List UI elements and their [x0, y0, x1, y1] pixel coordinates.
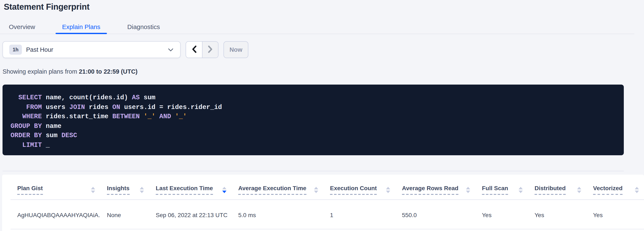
cell-plan-gist[interactable]: AgHUAQIABQAAAAHYAQIAiA...	[10, 200, 100, 229]
summary-range: 21:00 to 22:59 (UTC)	[79, 68, 138, 75]
plans-table-wrap: Plan GistInsightsLast Execution TimeAver…	[10, 174, 644, 229]
sort-caret-icon	[386, 186, 390, 193]
sort-caret-icon	[635, 186, 639, 193]
sql-line: SELECT name, count(rides.id) AS sum	[10, 93, 624, 102]
plans-table-card: Plan GistInsightsLast Execution TimeAver…	[2, 174, 644, 231]
chevron-down-icon	[168, 48, 174, 52]
column-header-plan-gist[interactable]: Plan Gist	[10, 174, 100, 200]
time-prev-button[interactable]	[186, 42, 202, 58]
cell-full-scan: Yes	[475, 200, 528, 229]
now-button[interactable]: Now	[224, 41, 248, 58]
column-label: Full Scan	[482, 185, 508, 195]
section-divider	[2, 171, 624, 171]
sql-line: FROM users JOIN rides ON users.id = ride…	[10, 102, 624, 112]
page-title: Statement Fingerprint	[4, 2, 90, 12]
table-row: AgHUAQIABQAAAAHYAQIAiA...NoneSep 06, 202…	[10, 200, 644, 229]
time-range-label: Past Hour	[26, 46, 53, 53]
column-header-insights[interactable]: Insights	[100, 174, 149, 200]
column-label: Vectorized	[593, 185, 622, 195]
sort-caret-icon	[91, 186, 95, 193]
cell-vectorized: Yes	[586, 200, 644, 229]
cell-distributed: Yes	[528, 200, 586, 229]
chevron-left-icon	[191, 45, 197, 54]
column-label: Average Execution Time	[238, 185, 306, 195]
summary-text: Showing explain plans from 21:00 to 22:5…	[2, 68, 138, 75]
sort-caret-icon	[222, 186, 226, 193]
cell-average-rows-read: 550.0	[395, 200, 475, 229]
time-range-badge: 1h	[9, 44, 22, 55]
column-label: Plan Gist	[17, 185, 43, 195]
column-header-distributed[interactable]: Distributed	[528, 174, 586, 200]
time-toolbar: 1h Past Hour Now	[2, 41, 248, 58]
statement-fingerprint-page: Statement Fingerprint Overview Explain P…	[0, 0, 644, 231]
column-label: Insights	[107, 185, 130, 195]
tab-explain-plans[interactable]: Explain Plans	[55, 20, 107, 34]
time-next-button[interactable]	[202, 42, 218, 58]
cell-last-execution-time: Sep 06, 2022 at 22:13 UTC	[149, 200, 232, 229]
time-range-dropdown[interactable]: 1h Past Hour	[2, 41, 180, 58]
tab-overview[interactable]: Overview	[2, 20, 42, 34]
sql-statement-box: SELECT name, count(rides.id) AS sum FROM…	[2, 84, 624, 155]
chevron-right-icon	[208, 45, 213, 54]
column-header-average-rows-read[interactable]: Average Rows Read	[395, 174, 475, 200]
sort-caret-icon	[518, 186, 523, 193]
column-header-execution-count[interactable]: Execution Count	[323, 174, 395, 200]
sort-caret-icon	[314, 186, 318, 193]
column-label: Distributed	[534, 185, 566, 195]
time-nav-group	[186, 41, 218, 58]
tab-bar: Overview Explain Plans Diagnostics	[0, 20, 634, 34]
sql-line: GROUP BY name	[10, 122, 624, 131]
sql-line: ORDER BY sum DESC	[10, 131, 624, 140]
column-header-full-scan[interactable]: Full Scan	[475, 174, 528, 200]
sql-line: LIMIT _	[10, 140, 624, 150]
cell-insights: None	[100, 200, 149, 229]
column-label: Execution Count	[330, 185, 377, 195]
sort-caret-icon	[140, 186, 144, 193]
column-header-vectorized[interactable]: Vectorized	[586, 174, 644, 200]
sql-line: WHERE rides.start_time BETWEEN '_' AND '…	[10, 112, 624, 122]
sort-caret-icon	[466, 186, 470, 193]
column-label: Last Execution Time	[156, 185, 213, 195]
tab-diagnostics[interactable]: Diagnostics	[120, 20, 167, 34]
column-header-average-execution-time[interactable]: Average Execution Time	[232, 174, 323, 200]
column-header-last-execution-time[interactable]: Last Execution Time	[149, 174, 232, 200]
cell-execution-count: 1	[323, 200, 395, 229]
sort-caret-icon	[577, 186, 581, 193]
plans-table: Plan GistInsightsLast Execution TimeAver…	[10, 174, 644, 229]
summary-prefix: Showing explain plans from	[2, 68, 79, 75]
column-label: Average Rows Read	[402, 185, 458, 195]
cell-average-execution-time: 5.0 ms	[232, 200, 323, 229]
